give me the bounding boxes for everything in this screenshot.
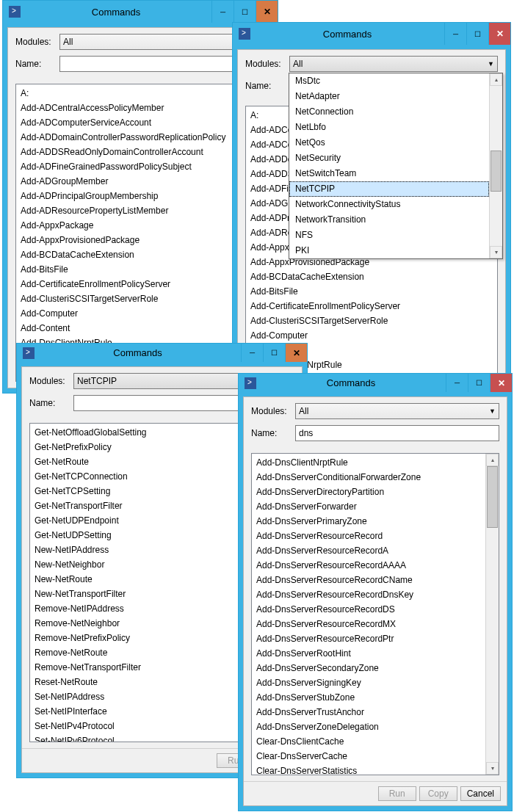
list-item[interactable]: Add-DnsServerSecondaryZone	[252, 661, 485, 675]
scroll-down-button[interactable]: ▾	[490, 246, 502, 258]
modules-dropdown[interactable]: MsDtcNetAdapterNetConnectionNetLbfoNetQo…	[289, 73, 503, 259]
list-item[interactable]: Add-ADResourcePropertyListMember	[16, 203, 264, 218]
list-item[interactable]: Add-Computer	[16, 306, 264, 321]
list-item[interactable]: Add-DnsServerTrustAnchor	[252, 705, 485, 719]
list-item[interactable]: Add-DnsServerPrimaryZone	[252, 514, 485, 529]
list-item[interactable]: Add-DnsServerResourceRecordMX	[252, 617, 485, 631]
list-item[interactable]: Add-ClusteriSCSITargetServerRole	[16, 291, 264, 306]
list-item[interactable]: Add-Content	[16, 321, 264, 336]
commands-list[interactable]: A:Add-ADCentralAccessPolicyMemberAdd-ADC…	[16, 84, 264, 382]
modules-combobox[interactable]: All ▼	[289, 56, 498, 72]
list-item[interactable]: Add-DnsServerResourceRecordDnsKey	[252, 587, 485, 602]
name-label: Name:	[245, 81, 289, 91]
commands-window-4: Commands ─ ☐ ✕ Modules: All ▼	[238, 373, 513, 811]
list-item[interactable]: Add-BitsFile	[246, 284, 497, 299]
dropdown-item[interactable]: MsDtc	[289, 73, 489, 89]
minimize-button[interactable]: ─	[446, 374, 468, 392]
list-scrollbar[interactable]: ▴ ▾	[485, 454, 499, 775]
list-item[interactable]: Add-DnsServerZoneDelegation	[252, 719, 485, 734]
maximize-button[interactable]: ☐	[466, 23, 488, 45]
minimize-button[interactable]: ─	[241, 344, 263, 362]
list-item[interactable]: Add-DnsServerResourceRecord	[252, 529, 485, 543]
dropdown-item[interactable]: PKI	[289, 243, 489, 258]
dropdown-item[interactable]: NetConnection	[289, 104, 489, 120]
window-icon	[239, 28, 250, 40]
titlebar[interactable]: Commands ─ ☐ ✕	[233, 23, 510, 45]
dropdown-item[interactable]: NetSwitchTeam	[289, 166, 489, 181]
list-item[interactable]: Add-AppxProvisionedPackage	[16, 233, 264, 247]
maximize-button[interactable]: ☐	[468, 374, 490, 392]
modules-label: Modules:	[29, 376, 73, 386]
list-item[interactable]: Clear-DnsServerCache	[252, 749, 485, 764]
modules-label: Modules:	[251, 406, 295, 416]
minimize-button[interactable]: ─	[211, 1, 234, 23]
list-item[interactable]: Clear-DnsServerStatistics	[252, 764, 485, 775]
titlebar[interactable]: Commands ─ ☐ ✕	[3, 1, 278, 23]
run-button[interactable]: Run	[378, 786, 416, 801]
list-item[interactable]: Add-DnsServerSigningKey	[252, 675, 485, 690]
list-item[interactable]: Add-ADComputerServiceAccount	[16, 115, 264, 130]
dropdown-item[interactable]: NetworkTransition	[289, 212, 489, 228]
dropdown-item[interactable]: NetQos	[289, 135, 489, 151]
modules-combobox[interactable]: All ▼	[295, 403, 499, 419]
list-item[interactable]: Add-CertificateEnrollmentPolicyServer	[246, 299, 497, 313]
scroll-up-button[interactable]: ▴	[486, 454, 499, 466]
list-item[interactable]: Add-ADFineGrainedPasswordPolicySubject	[16, 159, 264, 174]
dropdown-item[interactable]: NetLbfo	[289, 120, 489, 135]
dropdown-item[interactable]: NFS	[289, 228, 489, 243]
window-icon	[9, 6, 21, 18]
dropdown-list[interactable]: MsDtcNetAdapterNetConnectionNetLbfoNetQo…	[289, 73, 489, 258]
list-item[interactable]: Add-Computer	[246, 328, 497, 343]
titlebar[interactable]: Commands ─ ☐ ✕	[239, 374, 512, 392]
list-item[interactable]: Add-BCDataCacheExtension	[246, 269, 497, 284]
list-item[interactable]: Add-DnsClientNrptRule	[252, 455, 485, 470]
name-input[interactable]	[295, 425, 499, 441]
minimize-button[interactable]: ─	[444, 23, 466, 45]
maximize-button[interactable]: ☐	[263, 344, 285, 362]
copy-button[interactable]: Copy	[419, 786, 457, 801]
list-item[interactable]: Add-DnsServerStubZone	[252, 690, 485, 705]
list-item[interactable]: Add-BitsFile	[16, 262, 264, 277]
close-button[interactable]: ✕	[488, 23, 510, 45]
list-item[interactable]: Add-DnsServerConditionalForwarderZone	[252, 470, 485, 485]
list-item[interactable]: Add-BCDataCacheExtension	[16, 247, 264, 262]
list-item[interactable]: Add-CertificateEnrollmentPolicyServer	[16, 277, 264, 291]
modules-value: All	[293, 59, 303, 69]
list-item[interactable]: Add-DnsServerResourceRecordAAAA	[252, 558, 485, 573]
maximize-button[interactable]: ☐	[234, 1, 256, 23]
close-button[interactable]: ✕	[285, 344, 307, 362]
list-item[interactable]: Add-AppxPackage	[16, 218, 264, 233]
list-item[interactable]: Add-DnsServerForwarder	[252, 499, 485, 514]
scroll-track[interactable]	[486, 466, 499, 762]
scroll-up-button[interactable]: ▴	[490, 73, 502, 86]
dropdown-item[interactable]: NetworkConnectivityStatus	[289, 197, 489, 212]
list-item[interactable]: Add-ADDomainControllerPasswordReplicatio…	[16, 130, 264, 145]
titlebar[interactable]: Commands ─ ☐ ✕	[17, 344, 307, 362]
list-item[interactable]: Add-DnsServerResourceRecordDS	[252, 602, 485, 617]
list-item[interactable]: Add-ClusteriSCSITargetServerRole	[246, 313, 497, 328]
close-button[interactable]: ✕	[490, 374, 512, 392]
list-item[interactable]: Add-DnsServerRootHint	[252, 646, 485, 661]
dropdown-item[interactable]: NetTCPIP	[289, 181, 489, 197]
list-item[interactable]: Add-ADGroupMember	[16, 174, 264, 189]
dropdown-item[interactable]: NetSecurity	[289, 151, 489, 166]
cancel-button[interactable]: Cancel	[460, 786, 501, 801]
list-item[interactable]: Add-ADCentralAccessPolicyMember	[16, 101, 264, 115]
list-item[interactable]: Add-ADDSReadOnlyDomainControllerAccount	[16, 145, 264, 159]
list-item[interactable]: Add-DnsServerResourceRecordCName	[252, 573, 485, 587]
scroll-thumb[interactable]	[487, 466, 498, 528]
list-item[interactable]: A:	[16, 86, 264, 101]
list-item[interactable]: Add-DnsServerDirectoryPartition	[252, 485, 485, 499]
close-button[interactable]: ✕	[256, 1, 278, 23]
list-item[interactable]: Add-DnsServerResourceRecordA	[252, 543, 485, 558]
scroll-down-button[interactable]: ▾	[486, 762, 499, 775]
scroll-track[interactable]	[490, 86, 502, 246]
dropdown-item[interactable]: NetAdapter	[289, 89, 489, 104]
list-item[interactable]: Add-DnsServerResourceRecordPtr	[252, 631, 485, 646]
commands-list[interactable]: Add-DnsClientNrptRuleAdd-DnsServerCondit…	[252, 454, 485, 775]
commands-window-2: Commands ─ ☐ ✕ Modules: All ▼	[232, 22, 511, 391]
scroll-thumb[interactable]	[491, 151, 502, 192]
list-item[interactable]: Clear-DnsClientCache	[252, 734, 485, 749]
list-item[interactable]: Add-ADPrincipalGroupMembership	[16, 189, 264, 203]
dropdown-scrollbar[interactable]: ▴ ▾	[489, 73, 502, 258]
